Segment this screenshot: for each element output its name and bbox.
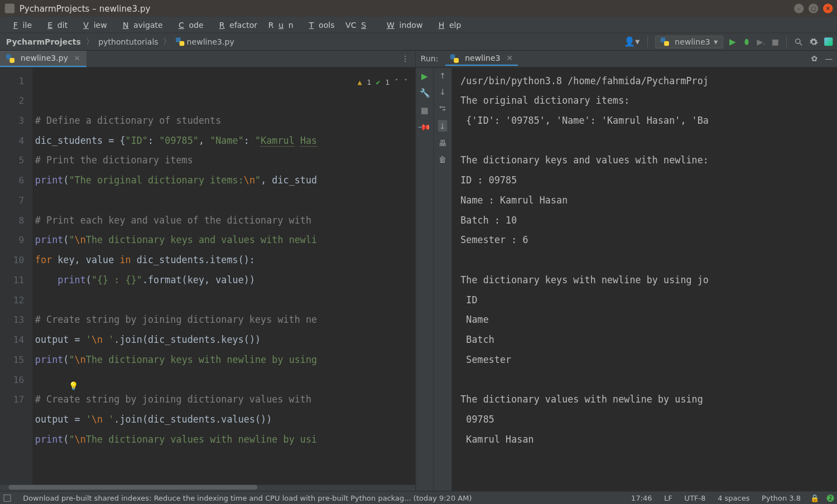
menu-navigate[interactable]: Navigate [113, 18, 168, 31]
minimize-button[interactable]: – [794, 3, 804, 13]
code-with-me-icon[interactable] [824, 37, 833, 46]
maximize-button[interactable]: ◻ [809, 3, 818, 13]
menu-help[interactable]: Help [429, 18, 466, 31]
close-button[interactable]: ✕ [823, 3, 833, 13]
run-coverage-button[interactable]: ▶. [757, 37, 766, 46]
app-icon [5, 3, 15, 13]
run-toolbar-left: ▶ 🔧 ■ 📌 [416, 67, 434, 491]
search-icon[interactable] [794, 37, 803, 46]
gear-icon[interactable] [809, 37, 818, 46]
python-file-icon [176, 37, 184, 46]
notification-badge[interactable]: 2 [827, 494, 834, 501]
pin-icon[interactable]: 📌 [417, 120, 431, 134]
debug-button[interactable] [742, 37, 751, 46]
run-button[interactable]: ▶ [729, 37, 736, 46]
print-icon[interactable]: 🖶 [439, 139, 446, 148]
menu-edit[interactable]: Edit [38, 18, 73, 31]
run-toolbar-right: ↑ ↓ ⥃ ⤓ 🖶 🗑 [434, 67, 452, 491]
run-label: Run: [421, 54, 439, 63]
breadcrumb: PycharmProjects 〉 pythontutorials 〉 newl… [5, 36, 235, 47]
breadcrumb-file[interactable]: newline3.py [175, 36, 235, 47]
status-message[interactable]: Download pre-built shared indexes: Reduc… [21, 493, 474, 502]
status-line-separator[interactable]: LF [662, 493, 675, 502]
run-pane: ▶ 🔧 ■ 📌 ↑ ↓ ⥃ ⤓ 🖶 🗑 /usr/bin/python3.8 /… [416, 67, 837, 491]
inspections-widget[interactable]: ▲1 ✔1 ˆ ˇ [355, 71, 410, 94]
stop-button[interactable]: ■ [772, 37, 779, 46]
hide-icon[interactable]: — [825, 54, 833, 63]
up-icon[interactable]: ↑ [439, 71, 446, 80]
run-config-label: newline3 [675, 37, 710, 46]
line-gutter: 1234 5678 9101112 13141516 17 [0, 67, 32, 484]
gear-icon[interactable]: ✿ [811, 54, 817, 63]
stop-icon[interactable]: ■ [421, 105, 429, 114]
menu-code[interactable]: Code [169, 18, 209, 31]
down-icon[interactable]: ↓ [439, 88, 446, 96]
trash-icon[interactable]: 🗑 [439, 155, 446, 164]
code-editor[interactable]: ▲1 ✔1 ˆ ˇ # Define a dictionary of stude… [32, 67, 415, 484]
tab-newline3[interactable]: newline3.py ✕ [0, 51, 86, 67]
close-icon[interactable]: ✕ [506, 54, 513, 62]
scroll-to-end-icon[interactable]: ⤓ [438, 120, 447, 132]
console-output[interactable]: /usr/bin/python3.8 /home/fahmida/Pycharm… [452, 67, 837, 491]
tab-more-icon[interactable]: ⋮ [395, 51, 415, 67]
run-tab[interactable]: newline3 ✕ [446, 52, 518, 66]
check-icon: ✔ [376, 72, 381, 93]
menu-tools[interactable]: Tools [299, 18, 339, 31]
chevron-down-icon: ▾ [714, 37, 718, 46]
status-bar: Download pre-built shared indexes: Reduc… [0, 491, 837, 504]
warning-icon: ▲ [358, 72, 362, 93]
chevron-icon: 〉 [163, 36, 171, 47]
chevron-up-icon[interactable]: ˆ [395, 72, 399, 93]
rerun-icon[interactable]: ▶ [421, 71, 428, 81]
svg-line-1 [800, 43, 802, 45]
breadcrumb-folder[interactable]: pythontutorials [97, 36, 160, 47]
soft-wrap-icon[interactable]: ⥃ [439, 104, 446, 113]
run-tab-label: newline3 [465, 54, 500, 62]
chevron-icon: 〉 [86, 36, 94, 47]
menu-bar: File Edit View Navigate Code Refactor Ru… [0, 17, 837, 32]
chevron-down-icon[interactable]: ˇ [403, 72, 408, 93]
menu-refactor[interactable]: Refactor [209, 18, 262, 31]
python-file-icon [450, 54, 459, 62]
status-indent[interactable]: 4 spaces [715, 493, 752, 502]
navigation-bar: PycharmProjects 〉 pythontutorials 〉 newl… [0, 32, 837, 50]
close-icon[interactable]: ✕ [74, 54, 80, 62]
python-file-icon [6, 54, 15, 62]
titlebar: PycharmProjects – newline3.py – ◻ ✕ [0, 0, 837, 17]
add-user-icon[interactable]: 👤▾ [624, 36, 640, 47]
editor-scrollbar[interactable] [0, 485, 415, 491]
status-interpreter[interactable]: Python 3.8 [759, 493, 804, 502]
tab-label: newline3.py [21, 54, 68, 62]
lock-icon[interactable]: 🔒 [810, 493, 819, 502]
menu-file[interactable]: File [3, 18, 36, 31]
tip-icon[interactable] [3, 494, 11, 501]
wrench-icon[interactable]: 🔧 [420, 88, 430, 98]
status-encoding[interactable]: UTF-8 [682, 493, 708, 502]
menu-vcs[interactable]: VCS [340, 18, 376, 31]
breadcrumb-root[interactable]: PycharmProjects [5, 36, 82, 47]
svg-point-0 [796, 38, 800, 43]
python-file-icon [660, 37, 668, 46]
window-title: PycharmProjects – newline3.py [20, 3, 151, 13]
menu-view[interactable]: View [74, 18, 112, 31]
status-time: 17:46 [629, 493, 655, 502]
bulb-icon[interactable]: 💡 [69, 376, 78, 396]
run-tool-header: Run: newline3 ✕ ✿ — [416, 51, 837, 67]
editor-pane: 1234 5678 9101112 13141516 17 ▲1 ✔1 ˆ ˇ … [0, 67, 416, 491]
menu-run[interactable]: Run [263, 18, 298, 31]
toolbar: 👤▾ newline3 ▾ ▶ ▶. ■ [624, 35, 833, 48]
main-area: 1234 5678 9101112 13141516 17 ▲1 ✔1 ˆ ˇ … [0, 67, 837, 491]
window-buttons: – ◻ ✕ [794, 3, 833, 13]
editor-tabs: newline3.py ✕ ⋮ [0, 51, 416, 67]
menu-window[interactable]: Window [377, 18, 427, 31]
run-config-selector[interactable]: newline3 ▾ [655, 35, 724, 48]
